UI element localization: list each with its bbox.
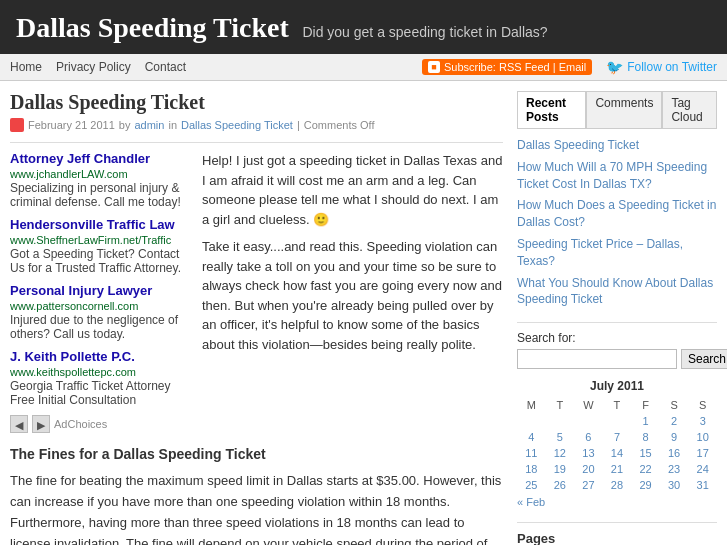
calendar-day[interactable]: 9 [660, 429, 689, 445]
calendar-day[interactable]: 4 [517, 429, 546, 445]
calendar-day[interactable]: 3 [688, 413, 717, 429]
calendar-day-link[interactable]: 29 [639, 479, 651, 491]
post-author[interactable]: admin [134, 119, 164, 131]
nav-contact[interactable]: Contact [145, 60, 186, 74]
calendar-day[interactable]: 27 [574, 477, 603, 493]
tab-comments[interactable]: Comments [586, 91, 662, 128]
recent-post-link[interactable]: How Much Will a 70 MPH Speeding Ticket C… [517, 160, 707, 191]
calendar-day-link[interactable]: 14 [611, 447, 623, 459]
calendar-day-link[interactable]: 15 [639, 447, 651, 459]
ad-url: www.jchandlerLAW.com [10, 168, 128, 180]
calendar-day[interactable]: 18 [517, 461, 546, 477]
ad-title-link[interactable]: J. Keith Pollette P.C. [10, 349, 135, 364]
calendar-day[interactable]: 8 [631, 429, 660, 445]
calendar-day-link[interactable]: 19 [554, 463, 566, 475]
ad-title-link[interactable]: Personal Injury Lawyer [10, 283, 152, 298]
calendar-day[interactable]: 30 [660, 477, 689, 493]
calendar-day[interactable]: 31 [688, 477, 717, 493]
recent-post-link[interactable]: How Much Does a Speeding Ticket in Dalla… [517, 198, 716, 229]
post-category[interactable]: Dallas Speeding Ticket [181, 119, 293, 131]
calendar-day-link[interactable]: 18 [525, 463, 537, 475]
calendar-body: 1234567891011121314151617181920212223242… [517, 413, 717, 493]
search-input[interactable] [517, 349, 677, 369]
calendar-day[interactable]: 11 [517, 445, 546, 461]
calendar-day-link[interactable]: 1 [642, 415, 648, 427]
calendar-day-link[interactable]: 10 [697, 431, 709, 443]
calendar-day-link[interactable]: 22 [639, 463, 651, 475]
calendar-day[interactable]: 21 [603, 461, 632, 477]
calendar-day[interactable]: 5 [546, 429, 575, 445]
calendar-day-link[interactable]: 13 [582, 447, 594, 459]
recent-post-link[interactable]: What You Should Know About Dallas Speedi… [517, 276, 713, 307]
calendar-day[interactable]: 19 [546, 461, 575, 477]
calendar-day-link[interactable]: 21 [611, 463, 623, 475]
calendar-day[interactable]: 22 [631, 461, 660, 477]
calendar-day[interactable]: 7 [603, 429, 632, 445]
recent-post-link[interactable]: Dallas Speeding Ticket [517, 138, 639, 152]
sidebar-divider-1 [517, 322, 717, 323]
calendar-day-link[interactable]: 23 [668, 463, 680, 475]
recent-post-item: How Much Will a 70 MPH Speeding Ticket C… [517, 159, 717, 193]
calendar-day[interactable]: 16 [660, 445, 689, 461]
pages-section: Pages ContactPrivacy Policy [517, 531, 717, 545]
calendar-day[interactable]: 28 [603, 477, 632, 493]
calendar-day-link[interactable]: 7 [614, 431, 620, 443]
post-intro-p1: Help! I just got a speeding ticket in Da… [202, 151, 503, 229]
calendar-day[interactable]: 15 [631, 445, 660, 461]
calendar-day[interactable]: 26 [546, 477, 575, 493]
recent-post-link[interactable]: Speeding Ticket Price – Dallas, Texas? [517, 237, 683, 268]
calendar-day-link[interactable]: 17 [697, 447, 709, 459]
calendar-day-link[interactable]: 11 [525, 447, 537, 459]
calendar-table: MTWTFSS 12345678910111213141516171819202… [517, 397, 717, 493]
calendar-day[interactable]: 2 [660, 413, 689, 429]
calendar-day[interactable]: 20 [574, 461, 603, 477]
calendar-day[interactable]: 25 [517, 477, 546, 493]
calendar-day[interactable]: 17 [688, 445, 717, 461]
ad-url: www.pattersoncornell.com [10, 300, 138, 312]
calendar-day-link[interactable]: 5 [557, 431, 563, 443]
calendar-day-link[interactable]: 6 [585, 431, 591, 443]
calendar-day-link[interactable]: 30 [668, 479, 680, 491]
rss-button[interactable]: ■ Subscribe: RSS Feed | Email [422, 59, 592, 75]
ad-title-link[interactable]: Attorney Jeff Chandler [10, 151, 150, 166]
ad-item: Personal Injury Lawyer www.pattersoncorn… [10, 283, 190, 341]
calendar-day-link[interactable]: 31 [697, 479, 709, 491]
post-intro-p2: Take it easy....and read this. Speeding … [202, 237, 503, 354]
calendar-day[interactable]: 13 [574, 445, 603, 461]
calendar-day-link[interactable]: 26 [554, 479, 566, 491]
calendar-day-link[interactable]: 2 [671, 415, 677, 427]
calendar-day-link[interactable]: 24 [697, 463, 709, 475]
tab-tag-cloud[interactable]: Tag Cloud [662, 91, 717, 128]
nav-home[interactable]: Home [10, 60, 42, 74]
tab-recent-posts[interactable]: Recent Posts [517, 91, 586, 128]
calendar-day[interactable]: 6 [574, 429, 603, 445]
search-button[interactable]: Search [681, 349, 727, 369]
calendar-day[interactable]: 1 [631, 413, 660, 429]
calendar-day[interactable]: 14 [603, 445, 632, 461]
calendar-day-link[interactable]: 28 [611, 479, 623, 491]
calendar-day-link[interactable]: 16 [668, 447, 680, 459]
calendar-day-link[interactable]: 8 [642, 431, 648, 443]
cal-prev-link[interactable]: « Feb [517, 496, 545, 508]
calendar-day[interactable]: 23 [660, 461, 689, 477]
nav-privacy[interactable]: Privacy Policy [56, 60, 131, 74]
calendar-day[interactable]: 10 [688, 429, 717, 445]
calendar-day-link[interactable]: 27 [582, 479, 594, 491]
calendar-day-link[interactable]: 20 [582, 463, 594, 475]
calendar-day-link[interactable]: 12 [554, 447, 566, 459]
ad-prev-button[interactable]: ◀ [10, 415, 28, 433]
calendar-day[interactable]: 24 [688, 461, 717, 477]
calendar-day-header: S [660, 397, 689, 413]
calendar-day[interactable]: 29 [631, 477, 660, 493]
calendar-day-link[interactable]: 4 [528, 431, 534, 443]
ad-next-button[interactable]: ▶ [32, 415, 50, 433]
post-date: February 21 2011 [28, 119, 115, 131]
ad-title-link[interactable]: Hendersonville Traffic Law [10, 217, 175, 232]
calendar-day-link[interactable]: 9 [671, 431, 677, 443]
twitter-button[interactable]: 🐦 Follow on Twitter [606, 59, 717, 75]
calendar-day-link[interactable]: 25 [525, 479, 537, 491]
twitter-icon: 🐦 [606, 59, 623, 75]
twitter-label: Follow on Twitter [627, 60, 717, 74]
calendar-day[interactable]: 12 [546, 445, 575, 461]
calendar-day-link[interactable]: 3 [700, 415, 706, 427]
